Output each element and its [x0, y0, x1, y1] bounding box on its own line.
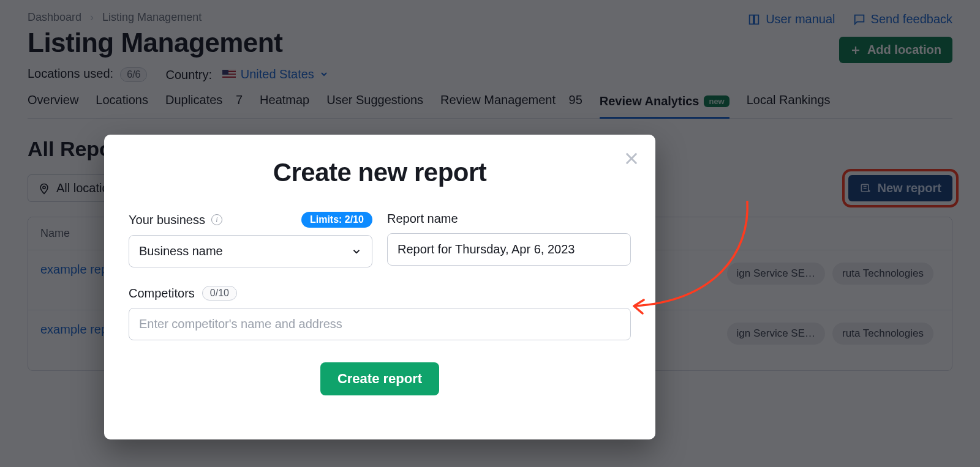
- report-name-label: Report name: [387, 212, 458, 226]
- close-button[interactable]: [622, 149, 641, 168]
- competitors-count: 0/10: [202, 286, 237, 301]
- info-icon[interactable]: i: [211, 214, 222, 225]
- competitors-input[interactable]: [129, 308, 631, 340]
- chevron-down-icon: [351, 246, 362, 257]
- create-report-button[interactable]: Create report: [320, 362, 439, 395]
- your-business-label: Your business: [129, 213, 205, 227]
- create-report-modal: Create new report Your business i Limits…: [104, 135, 655, 439]
- report-name-input[interactable]: [387, 233, 631, 266]
- close-icon: [623, 150, 640, 167]
- competitors-label: Competitors: [129, 286, 195, 301]
- modal-title: Create new report: [129, 158, 631, 187]
- business-select[interactable]: Business name: [129, 235, 372, 267]
- limits-badge: Limits: 2/10: [301, 212, 372, 228]
